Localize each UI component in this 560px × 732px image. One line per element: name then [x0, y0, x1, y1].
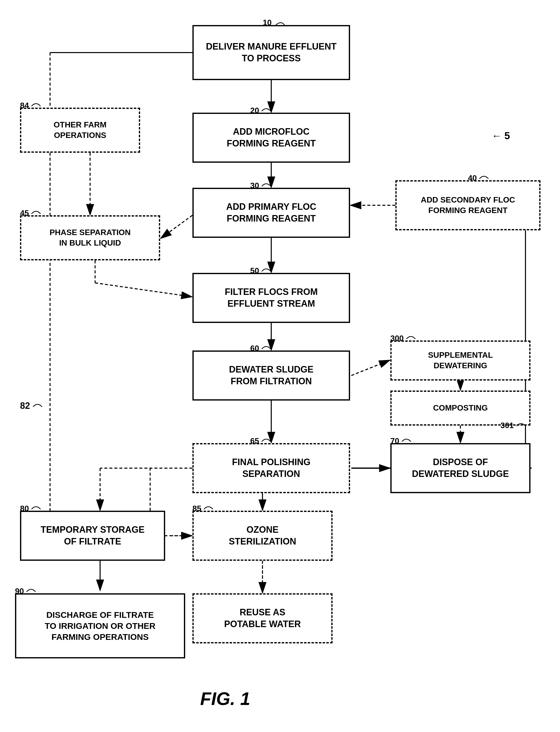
svg-line-7 [95, 283, 191, 297]
box-85: OZONESTERILIZATION [192, 511, 333, 561]
label-20: 20 [250, 106, 271, 115]
label-60: 60 [250, 343, 271, 353]
label-80: 80 [20, 504, 41, 513]
box-30: ADD PRIMARY FLOCFORMING REAGENT [192, 188, 350, 238]
box-301: COMPOSTING [390, 391, 530, 426]
box-10: DELIVER MANURE EFFLUENT TO PROCESS [192, 25, 350, 80]
label-10: 10 [263, 18, 286, 28]
box-84: OTHER FARMOPERATIONS [20, 108, 140, 153]
box-50: FILTER FLOCS FROMEFFLUENT STREAM [192, 273, 350, 323]
diagram-ref-5: ← 5 [492, 130, 510, 141]
label-301: 301 [500, 421, 526, 430]
label-50: 50 [250, 266, 271, 275]
box-45: PHASE SEPARATIONIN BULK LIQUID [20, 215, 160, 260]
box-reuse: REUSE ASPOTABLE WATER [192, 593, 333, 643]
box-60: DEWATER SLUDGEFROM FILTRATION [192, 350, 350, 401]
label-90: 90 [15, 586, 36, 596]
label-40: 40 [468, 173, 489, 183]
diagram-container: DELIVER MANURE EFFLUENT TO PROCESS 10 AD… [0, 0, 560, 732]
box-20: ADD MICROFLOCFORMING REAGENT [192, 113, 350, 163]
box-300: SUPPLEMENTALDEWATERING [390, 340, 530, 381]
box-90: DISCHARGE OF FILTRATETO IRRIGATION OR OT… [15, 593, 185, 658]
label-30: 30 [250, 181, 271, 190]
label-45: 45 [20, 208, 41, 218]
svg-line-4 [161, 215, 192, 238]
label-300: 300 [390, 333, 416, 343]
box-65: FINAL POLISHINGSEPARATION [192, 443, 350, 493]
box-70: DISPOSE OFDEWATERED SLUDGE [390, 443, 530, 493]
box-40: ADD SECONDARY FLOCFORMING REAGENT [395, 180, 540, 230]
label-70: 70 [390, 436, 411, 446]
label-84: 84 [20, 101, 41, 110]
box-80: TEMPORARY STORAGEOF FILTRATE [20, 511, 165, 561]
label-65: 65 [250, 436, 271, 446]
label-82: 82 [20, 401, 43, 411]
svg-line-10 [351, 360, 389, 376]
label-85: 85 [192, 504, 213, 513]
figure-label: FIG. 1 [200, 688, 250, 709]
